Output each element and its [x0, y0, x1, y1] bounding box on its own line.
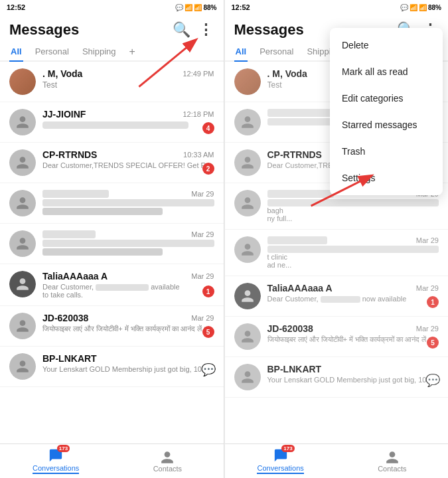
avatar-blur3-right [234, 236, 261, 263]
menu-item-starred-messages[interactable]: Starred messages [330, 112, 443, 138]
status-icons-right: 💬 📶 📶 88% [400, 4, 441, 11]
settings-menu-item[interactable]: Settings [330, 165, 443, 191]
msg-time-jd620038-left: Mar 29 [191, 314, 214, 322]
msg-body-jd620038-right: JD-620038 Mar 29 जियोफाइबर लाएं और जियोट… [267, 323, 439, 344]
avatar-jd620038-right [234, 323, 261, 350]
badge-talia-right: 1 [427, 296, 439, 308]
tab-personal-left[interactable]: Personal [34, 42, 70, 62]
nav-contacts-right[interactable]: Contacts [336, 444, 448, 478]
tab-all-right[interactable]: All [234, 42, 248, 62]
msg-sender-voda-right: . M, Voda [267, 68, 307, 79]
msg-sender-jd620038-right: JD-620038 [267, 323, 313, 334]
avatar-bplnkart-right [234, 364, 261, 390]
msg-item-cprtrnds-left[interactable]: CP-RTRNDS 10:33 AM Dear Customer,TRENDS … [0, 143, 224, 183]
tab-add-left[interactable]: + [129, 46, 135, 58]
status-bar-left: 12:52 💬 📶 📶 88% [0, 0, 224, 15]
header-icons-left: 🔍 ⋮ [171, 20, 214, 40]
msg-item-jjioinf-left[interactable]: JJ-JIOINF 12:18 PM 4 [0, 102, 224, 143]
nav-conversations-left[interactable]: 173 Conversations [0, 444, 112, 478]
bottom-nav-right: 173 Conversations Contacts [225, 443, 449, 478]
msg-preview-talia-right: Dear Customer, now available [267, 295, 439, 303]
search-button-left[interactable]: 🔍 [171, 20, 192, 40]
msg-item-blur3-right[interactable]: Mar 29 t clinic ad ne... [225, 230, 449, 276]
nav-conversations-label-right: Conversations [257, 464, 303, 474]
badge-jd620038-right: 5 [427, 337, 439, 349]
right-panel: 12:52 💬 📶 📶 88% Messages 🔍 ⋮ All Persona… [224, 0, 449, 478]
msg-preview-bplnkart-left: Your Lenskart GOLD Membership just got b… [42, 365, 214, 373]
conversations-badge-left: 173 [57, 445, 70, 452]
tab-all-left[interactable]: All [9, 42, 23, 62]
msg-item-talia-left[interactable]: TaliaAAAaaa A Mar 29 Dear Customer, avai… [0, 264, 224, 306]
messages-list-left: . M, Voda 12:49 PM Test JJ-JIOINF 12:18 … [0, 62, 224, 443]
msg-sender-voda-left: . M, Voda [42, 68, 82, 79]
battery-right: 88% [428, 4, 441, 11]
badge-talia-left: 1 [202, 285, 214, 297]
tab-personal-right[interactable]: Personal [258, 42, 295, 62]
avatar-talia-right [234, 283, 261, 309]
whatsapp-icon-r: 💬 [400, 4, 408, 11]
badge-jjioinf-left: 4 [202, 122, 214, 134]
avatar-voda-left [9, 68, 36, 95]
menu-item-edit-categories[interactable]: Edit categories [330, 85, 443, 112]
msg-body-blur4-left: Mar 29 [42, 190, 214, 215]
msg-item-blur5-left[interactable]: Mar 29 [0, 224, 224, 264]
msg-sender-cprtrnds-left: CP-RTRNDS [42, 149, 97, 160]
nav-contacts-label-left: Contacts [153, 465, 182, 473]
bottom-nav-left: 173 Conversations Contacts [0, 443, 224, 478]
chat-icon-bplnkart-right: 💬 [425, 373, 440, 388]
avatar-jd620038-left [9, 313, 36, 339]
msg-sender-jjioinf-left: JJ-JIOINF [42, 109, 86, 120]
avatar-blur4-left [9, 190, 36, 216]
nav-conversations-label-left: Conversations [33, 464, 79, 474]
wifi-icon-r: 📶 [419, 4, 427, 11]
app-title-left: Messages [9, 21, 79, 39]
more-options-button-left[interactable]: ⋮ [197, 20, 214, 40]
msg-time-jd620038-right: Mar 29 [416, 325, 439, 333]
msg-item-blur4-left[interactable]: Mar 29 [0, 183, 224, 224]
menu-item-mark-all-read[interactable]: Mark all as read [330, 58, 443, 85]
nav-conversations-right[interactable]: 173 Conversations [225, 444, 336, 478]
nav-contacts-label-right: Contacts [378, 465, 406, 473]
tabs-row-left: All Personal Shipping + [0, 42, 224, 62]
tab-shipping-left[interactable]: Shipping [81, 42, 117, 62]
avatar-cprtrnds-right [234, 149, 261, 176]
msg-item-bplnkart-left[interactable]: BP-LNKART Your Lenskart GOLD Membership … [0, 347, 224, 387]
time-right: 12:52 [232, 3, 250, 11]
msg-sender-bplnkart-right: BP-LNKART [267, 364, 322, 374]
msg-sender-jd620038-left: JD-620038 [42, 313, 88, 323]
msg-item-jd620038-left[interactable]: JD-620038 Mar 29 जियोफाइबर लाएं और जियोट… [0, 306, 224, 347]
msg-time-blur5-left: Mar 29 [191, 230, 214, 238]
avatar-cprtrnds-left [9, 149, 36, 176]
badge-jd620038-left: 5 [202, 326, 214, 338]
msg-preview-jd620038-right: जियोफाइबर लाएं और जियोटीवी+ में भक्ति का… [267, 335, 439, 344]
msg-body-jd620038-left: JD-620038 Mar 29 जियोफाइबर लाएं और जियोट… [42, 313, 214, 333]
msg-time-talia-right: Mar 29 [416, 284, 439, 292]
msg-preview-cprtrnds-left: Dear Customer,TRENDS SPECIAL OFFER! Get … [42, 161, 214, 169]
chat-icon-bplnkart-left: 💬 [201, 362, 216, 377]
avatar-talia-left [9, 271, 36, 297]
status-bar-right: 12:52 💬 📶 📶 88% [225, 0, 449, 15]
msg-item-talia-right[interactable]: TaliaAAAaaa A Mar 29 Dear Customer, now … [225, 276, 449, 317]
signal-icon: 📶 [185, 4, 192, 11]
nav-contacts-left[interactable]: Contacts [112, 444, 223, 478]
avatar-blur5-left [9, 230, 36, 257]
msg-sender-talia-left: TaliaAAAaaa A [42, 271, 108, 281]
app-title-right: Messages [234, 21, 304, 39]
msg-preview-jd620038-left: जियोफाइबर लाएं और जियोटीवी+ में भक्ति का… [42, 325, 214, 333]
app-header-left: Messages 🔍 ⋮ [0, 15, 224, 42]
msg-time-cprtrnds-left: 10:33 AM [183, 151, 214, 159]
msg-time-talia-left: Mar 29 [191, 272, 214, 280]
wifi-icon: 📶 [194, 4, 202, 11]
dropdown-menu: Delete Mark all as read Edit categories … [330, 28, 443, 195]
menu-item-delete[interactable]: Delete [330, 32, 443, 58]
msg-item-bplnkart-right[interactable]: BP-LNKART Your Lenskart GOLD Membership … [225, 357, 449, 398]
msg-item-jd620038-right[interactable]: JD-620038 Mar 29 जियोफाइबर लाएं और जियोट… [225, 317, 449, 357]
battery-left: 88% [203, 4, 216, 11]
msg-body-cprtrnds-left: CP-RTRNDS 10:33 AM Dear Customer,TRENDS … [42, 149, 214, 169]
menu-item-trash[interactable]: Trash [330, 138, 443, 165]
conversations-badge-right: 173 [281, 445, 294, 452]
msg-item-voda-left[interactable]: . M, Voda 12:49 PM Test [0, 62, 224, 102]
avatar-blur1-right [234, 109, 261, 135]
msg-preview-bplnkart-right: Your Lenskart GOLD Membership just got b… [267, 376, 439, 384]
avatar-bplnkart-left [9, 353, 36, 380]
